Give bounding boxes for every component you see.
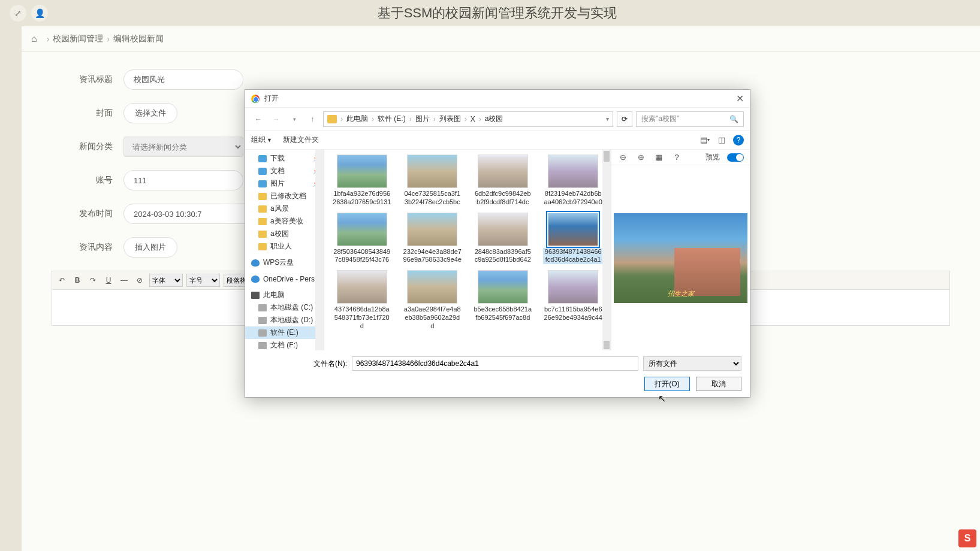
organize-menu[interactable]: 组织▼ — [251, 135, 272, 145]
file-item[interactable]: 232c94e4e3a88de796e9a758633c9e4e — [401, 211, 465, 266]
file-thumbnail — [337, 155, 387, 188]
account-label: 账号 — [52, 175, 123, 186]
preview-caption: 招生之家 — [668, 289, 694, 298]
tree-onedrive[interactable]: OneDrive - Pers — [245, 273, 324, 285]
time-label: 发布时间 — [52, 208, 123, 219]
dropdown-icon[interactable]: ▾ — [287, 112, 301, 126]
tree-downloads[interactable]: 下载📌 — [245, 152, 324, 165]
file-name: 28f50364085438497c89458f25f43c76 — [331, 248, 393, 265]
undo-icon[interactable]: ↶ — [56, 274, 68, 286]
file-item[interactable]: 28f50364085438497c89458f25f43c76 — [330, 211, 394, 266]
preview-pane: ⊖ ⊕ ▦ ? 预览 招生之家 — [611, 150, 750, 350]
font-select[interactable]: 字体 — [149, 274, 183, 287]
info-icon[interactable]: ? — [671, 152, 682, 163]
tree-disk-f[interactable]: 文档 (F:) — [245, 339, 324, 350]
size-select[interactable]: 字号 — [186, 274, 220, 287]
path-bar[interactable]: › 此电脑› 软件 (E:)› 图片› 列表图› X› a校园 ▾ — [323, 111, 613, 127]
file-item[interactable]: 8f23194eb742db6baa4062cb972940e0 — [542, 153, 605, 208]
new-folder-button[interactable]: 新建文件夹 — [283, 135, 319, 145]
file-thumbnail — [548, 155, 598, 188]
filename-input[interactable] — [352, 356, 638, 371]
download-icon — [258, 155, 267, 162]
search-input[interactable]: 搜索"a校园" 🔍 — [636, 111, 744, 127]
tree-docs[interactable]: 文档📌 — [245, 165, 324, 177]
home-icon[interactable]: ⌂ — [31, 34, 37, 44]
redo-icon[interactable]: ↷ — [87, 274, 99, 286]
tree-folder[interactable]: 职业人 — [245, 240, 324, 253]
file-item[interactable]: bc7c11815ba954e626e92be4934a9c44 — [542, 269, 605, 331]
file-thumbnail — [337, 213, 387, 246]
category-select[interactable]: 请选择新闻分类 — [123, 137, 243, 157]
document-icon — [258, 168, 267, 175]
folder-icon — [258, 205, 267, 213]
back-icon[interactable]: ← — [251, 112, 266, 126]
panel-icon[interactable]: ◫ — [716, 135, 727, 146]
folder-icon — [327, 115, 337, 123]
file-name: 6db2dfc9c99842ebb2f9dcdf8df714dc — [472, 190, 533, 207]
tree-scrollbar[interactable] — [315, 150, 324, 350]
breadcrumb: ⌂ › 校园新闻管理 › 编辑校园新闻 — [22, 26, 980, 52]
refresh-icon[interactable]: ⟳ — [617, 111, 632, 127]
close-icon[interactable]: ✕ — [736, 93, 744, 104]
time-input[interactable] — [123, 204, 255, 224]
tree-disk-d[interactable]: 本地磁盘 (D:) — [245, 314, 324, 326]
page-title: 基于SSM的校园新闻管理系统开发与实现 — [72, 4, 922, 22]
file-item[interactable]: 2848c83ad8396af5c9a925d8f15bd642 — [471, 211, 535, 266]
account-input[interactable] — [123, 170, 243, 190]
open-button[interactable]: 打开(O) — [644, 377, 690, 391]
file-item[interactable]: 04ce7325815ca3f13b224f78ec2cb5bc — [401, 153, 465, 208]
file-grid: 1bfa4a932e76d9562638a207659c913104ce7325… — [324, 150, 611, 350]
file-item[interactable]: 6db2dfc9c99842ebb2f9dcdf8df714dc — [471, 153, 535, 208]
preview-image: 招生之家 — [614, 213, 747, 303]
tree-folder[interactable]: a校园 — [245, 228, 324, 240]
title-input[interactable] — [123, 69, 243, 90]
insert-image-button[interactable]: 插入图片 — [123, 237, 177, 258]
tree-folder[interactable]: a美容美妆 — [245, 215, 324, 228]
file-item[interactable]: a3a0ae2984f7e4a8eb38b5a9602a29dd — [401, 269, 465, 331]
file-name: 8f23194eb742db6baa4062cb972940e0 — [543, 190, 604, 207]
tree-folder[interactable]: a风景 — [245, 202, 324, 215]
tree-thispc[interactable]: 此电脑 — [245, 289, 324, 301]
content-label: 资讯内容 — [52, 242, 123, 253]
tree-folder[interactable]: 已修改文档 — [245, 190, 324, 202]
bold-icon[interactable]: B — [71, 274, 83, 286]
forward-icon[interactable]: → — [269, 112, 284, 126]
file-item[interactable]: 96393f4871438466fcd36d4cabe2c4a1 — [542, 211, 605, 266]
choose-file-button[interactable]: 选择文件 — [123, 103, 177, 123]
folder-icon — [258, 218, 267, 225]
tree-disk-e[interactable]: 软件 (E:) — [245, 326, 324, 339]
file-name: bc7c11815ba954e626e92be4934a9c44 — [543, 305, 604, 322]
file-thumbnail — [407, 270, 457, 304]
disk-icon — [258, 304, 267, 311]
help-icon[interactable]: ? — [733, 135, 744, 146]
zoom-in-icon[interactable]: ⊕ — [635, 152, 646, 163]
file-thumbnail — [478, 213, 528, 246]
folder-icon — [258, 231, 267, 238]
cloud-icon — [251, 276, 260, 283]
tree-pics[interactable]: 图片📌 — [245, 177, 324, 190]
clear-icon[interactable]: ⊘ — [134, 274, 146, 286]
user-icon[interactable]: 👤 — [31, 5, 48, 22]
grid-icon[interactable]: ▦ — [653, 152, 664, 163]
file-item[interactable]: 1bfa4a932e76d9562638a207659c9131 — [330, 153, 394, 208]
file-item[interactable]: 43734686da12b8a548371fb73e1f720d — [330, 269, 394, 331]
disk-icon — [258, 329, 267, 337]
filetype-select[interactable]: 所有文件 — [643, 356, 741, 371]
preview-toggle[interactable] — [727, 153, 744, 162]
grid-scrollbar[interactable] — [602, 150, 611, 350]
view-icon[interactable]: ▤▾ — [699, 135, 710, 146]
ime-badge[interactable]: S — [958, 529, 976, 547]
file-item[interactable]: b5e3cec658b8421afb692545f697ac8d — [471, 269, 535, 331]
cancel-button[interactable]: 取消 — [696, 377, 741, 391]
file-name: 04ce7325815ca3f13b224f78ec2cb5bc — [402, 190, 463, 207]
tree-disk-c[interactable]: 本地磁盘 (C:) — [245, 301, 324, 314]
breadcrumb-level1[interactable]: 校园新闻管理 — [53, 34, 103, 44]
underline-icon[interactable]: U — [102, 274, 114, 286]
file-name: 96393f4871438466fcd36d4cabe2c4a1 — [543, 248, 604, 265]
expand-icon[interactable]: ⤢ — [10, 5, 26, 22]
tree-wps[interactable]: WPS云盘 — [245, 256, 324, 269]
zoom-out-icon[interactable]: ⊖ — [617, 152, 628, 163]
up-icon[interactable]: ↑ — [305, 112, 319, 126]
strike-icon[interactable]: — — [118, 274, 130, 286]
file-thumbnail — [478, 270, 528, 304]
